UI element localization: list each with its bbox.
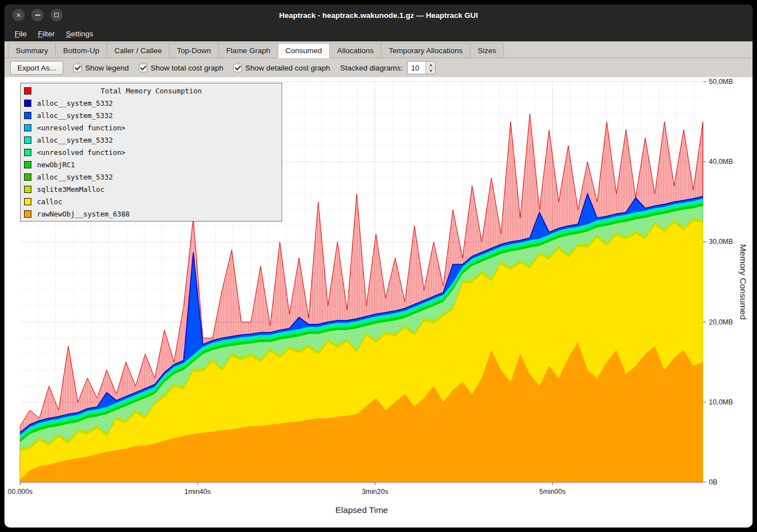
show-total-cost-checkbox[interactable]	[139, 64, 147, 72]
legend-swatch	[24, 161, 31, 168]
y-axis-title: Memory Consumed	[739, 244, 748, 319]
legend-row: <unresolved function>	[21, 121, 282, 134]
chart-legend: Total Memory Consumptionalloc__system_53…	[20, 83, 282, 222]
legend-row: calloc	[21, 195, 282, 208]
chart-area: 00.000s1min40s3min20s5min00s0B10,0MB20,0…	[4, 77, 753, 528]
stacked-diagrams-label: Stacked diagrams:	[340, 64, 403, 72]
tab-temporary-allocations[interactable]: Temporary Allocations	[381, 43, 470, 58]
legend-label: newObjRC1	[37, 161, 75, 169]
legend-title-row: Total Memory Consumption	[21, 84, 282, 97]
legend-row: alloc__system_5332	[21, 134, 282, 146]
y-tick-label: 50,0MB	[709, 78, 733, 86]
legend-row: alloc__system_5332	[21, 171, 282, 183]
tab-top-down[interactable]: Top-Down	[169, 43, 219, 58]
stacked-diagrams-group: Stacked diagrams: 10 ▲ ▼	[340, 61, 436, 74]
tab-caller-callee[interactable]: Caller / Callee	[106, 43, 170, 58]
window-controls: ✕	[12, 4, 63, 26]
x-tick-label: 00.000s	[8, 488, 32, 496]
show-total-cost-group: Show total cost graph	[139, 64, 223, 72]
menu-settings[interactable]: Settings	[60, 27, 99, 40]
show-legend-checkbox[interactable]	[73, 64, 82, 72]
spin-up-button[interactable]: ▲	[426, 62, 435, 68]
window-title: Heaptrack - heaptrack.wakunode.1.gz — He…	[4, 11, 753, 20]
legend-swatch	[24, 210, 31, 218]
tab-sizes[interactable]: Sizes	[470, 43, 504, 58]
show-detailed-cost-group: Show detailed cost graph	[233, 64, 330, 72]
tab-flame-graph[interactable]: Flame Graph	[218, 43, 278, 58]
y-tick-label: 0B	[709, 478, 717, 486]
minimize-button[interactable]	[31, 9, 44, 21]
legend-label: Total Memory Consumption	[37, 87, 265, 95]
legend-swatch	[24, 198, 31, 205]
show-detailed-cost-label: Show detailed cost graph	[245, 64, 330, 72]
tab-bar: Summary Bottom-Up Caller / Callee Top-Do…	[4, 41, 753, 58]
y-tick-label: 10,0MB	[709, 398, 733, 406]
y-tick-label: 20,0MB	[709, 318, 733, 326]
legend-row: rawNewObj__system_6388	[21, 208, 282, 220]
title-bar: ✕ Heaptrack - heaptrack.wakunode.1.gz — …	[4, 4, 753, 26]
close-button[interactable]: ✕	[12, 9, 25, 21]
y-tick-label: 40,0MB	[709, 158, 733, 166]
chevron-up-icon: ▲	[429, 63, 433, 67]
legend-swatch	[24, 186, 31, 193]
legend-swatch	[24, 100, 31, 107]
show-legend-group: Show legend	[73, 64, 129, 72]
minimize-icon	[35, 15, 40, 16]
maximize-button[interactable]	[50, 9, 63, 21]
x-axis-title: Elapsed Time	[335, 505, 388, 515]
tab-summary[interactable]: Summary	[8, 43, 56, 58]
legend-label: <unresolved function>	[37, 124, 125, 132]
legend-swatch	[24, 173, 31, 181]
legend-swatch	[24, 149, 31, 156]
show-legend-label: Show legend	[85, 64, 129, 72]
legend-row: <unresolved function>	[21, 146, 282, 158]
legend-row: alloc__system_5332	[21, 109, 282, 121]
legend-swatch	[24, 124, 31, 131]
menu-bar: File Filter Settings	[4, 26, 753, 41]
close-icon: ✕	[16, 12, 21, 19]
tab-consumed[interactable]: Consumed	[278, 43, 330, 58]
legend-label: calloc	[37, 197, 62, 206]
tab-allocations[interactable]: Allocations	[329, 43, 381, 58]
legend-swatch	[24, 136, 31, 144]
spin-down-button[interactable]: ▼	[426, 68, 435, 74]
legend-label: alloc__system_5332	[37, 173, 113, 181]
y-tick-label: 30,0MB	[709, 238, 733, 246]
menu-filter[interactable]: Filter	[32, 27, 60, 40]
legend-label: alloc__system_5332	[37, 99, 113, 107]
legend-swatch	[24, 112, 31, 119]
stacked-diagrams-value[interactable]: 10	[408, 62, 426, 74]
toolbar: Export As... Show legend Show total cost…	[4, 58, 753, 77]
legend-label: rawNewObj__system_6388	[37, 210, 130, 218]
maximize-icon	[54, 13, 59, 17]
legend-row: alloc__system_5332	[21, 97, 282, 109]
x-tick-label: 5min00s	[539, 488, 566, 496]
menu-file[interactable]: File	[9, 27, 32, 40]
app-window: ✕ Heaptrack - heaptrack.wakunode.1.gz — …	[4, 4, 753, 528]
stacked-diagrams-spinbox[interactable]: 10 ▲ ▼	[407, 61, 436, 74]
legend-label: sqlite3MemMalloc	[37, 185, 104, 194]
show-total-cost-label: Show total cost graph	[151, 64, 223, 72]
show-detailed-cost-checkbox[interactable]	[233, 64, 242, 72]
legend-label: alloc__system_5332	[37, 111, 113, 120]
spin-buttons: ▲ ▼	[426, 62, 435, 74]
legend-row: newObjRC1	[21, 158, 282, 171]
x-tick-label: 3min20s	[362, 488, 388, 496]
legend-label: <unresolved function>	[37, 148, 125, 157]
legend-row: sqlite3MemMalloc	[21, 183, 282, 195]
tab-bottom-up[interactable]: Bottom-Up	[55, 43, 108, 58]
legend-label: alloc__system_5332	[37, 136, 113, 144]
chevron-down-icon: ▼	[429, 69, 433, 73]
x-tick-label: 1min40s	[184, 488, 211, 496]
export-as-button[interactable]: Export As...	[10, 61, 63, 75]
legend-swatch	[24, 87, 31, 95]
